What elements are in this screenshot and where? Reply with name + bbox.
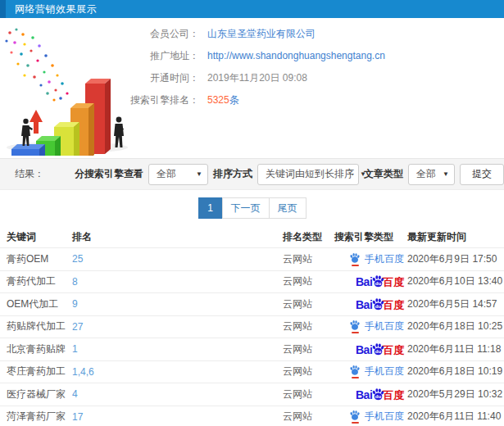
baidu-logo-bai: Bai [356, 389, 372, 401]
company-info-fields: 会员公司： 山东皇圣堂药业有限公司 推广地址： http://www.shand… [70, 29, 500, 117]
page-last-button[interactable]: 尾页 [269, 197, 306, 219]
article-type-select[interactable]: 全部 ▼ [408, 164, 455, 185]
promo-url-label: 推广地址： [70, 49, 199, 63]
baidu-logo-bai: Bai [356, 276, 372, 288]
rank-link[interactable]: 8 [72, 276, 283, 288]
baidu-paw-icon [349, 252, 361, 264]
field-open-time: 开通时间： 2019年11月20日 09:08 [70, 73, 500, 83]
col-rank-type: 排名类型 [283, 230, 334, 244]
member-company-link[interactable]: 山东皇圣堂药业有限公司 [207, 27, 316, 41]
keyword-cell: 药贴牌代加工 [7, 320, 72, 333]
search-engine-cell: 手机百度 [334, 365, 407, 378]
keyword-cell: 膏药代加工 [7, 274, 72, 288]
search-ranking-count[interactable]: 5325条 [207, 93, 239, 107]
rank-link[interactable]: 1,4,6 [72, 366, 283, 378]
mobile-baidu-paw [349, 252, 361, 266]
mobile-baidu-label: 手机百度 [365, 252, 404, 266]
paw-underline [352, 332, 359, 333]
chevron-down-icon: ▼ [437, 170, 449, 178]
page-title: 网络营销效果展示 [15, 2, 97, 16]
update-time-cell: 2020年6月10日 13:40 [407, 274, 504, 288]
sort-select[interactable]: 关键词由短到长排序 ▼ [257, 164, 359, 185]
page-next-button[interactable]: 下一页 [222, 197, 270, 219]
baidu-logo: Bai du 百度 [356, 297, 404, 310]
mobile-baidu-logo: 手机百度 [349, 410, 404, 424]
svg-text:du: du [375, 394, 382, 399]
rank-type-cell: 云网站 [283, 297, 334, 311]
rank-link[interactable]: 1 [72, 343, 283, 355]
ranking-number: 5325 [207, 94, 229, 106]
baidu-paw-icon [349, 365, 361, 376]
search-engine-cell: 手机百度 [334, 410, 407, 424]
svg-text:du: du [375, 349, 382, 354]
mobile-baidu-label: 手机百度 [365, 320, 404, 333]
mobile-baidu-logo: 手机百度 [349, 252, 404, 266]
search-engine-cell: Bai du 百度 [334, 297, 407, 311]
rank-link[interactable]: 4 [72, 388, 283, 400]
table-row: 北京膏药贴牌1云网站 Bai du 百度2020年6月11日 11:18 [0, 338, 504, 360]
mobile-baidu-paw [349, 320, 361, 333]
search-engine-cell: Bai du 百度 [334, 342, 407, 356]
search-engine-cell: Bai du 百度 [334, 387, 407, 401]
page-current[interactable]: 1 [198, 197, 223, 219]
update-time-cell: 2020年6月11日 11:40 [407, 410, 504, 424]
col-update-time: 最新更新时间 [407, 230, 504, 244]
update-time-cell: 2020年6月5日 14:57 [407, 297, 504, 311]
mobile-baidu-logo: 手机百度 [349, 365, 404, 378]
promo-url-link[interactable]: http://www.shandonghuangshengtang.cn [207, 50, 385, 61]
table-row: 菏泽膏药厂家17云网站 手机百度2020年6月11日 11:40 [0, 406, 504, 426]
engine-filter-label: 分搜索引擎查看 [75, 167, 143, 181]
rank-link[interactable]: 25 [72, 253, 283, 265]
company-info-section: 会员公司： 山东皇圣堂药业有限公司 推广地址： http://www.shand… [0, 18, 504, 158]
submit-button[interactable]: 提交 [460, 164, 504, 185]
rank-type-cell: 云网站 [283, 342, 334, 356]
update-time-cell: 2020年5月29日 10:32 [407, 387, 504, 401]
pagination: 1 下一页 尾页 [0, 197, 504, 219]
table-row: OEM代加工9云网站 Bai du 百度2020年6月5日 14:57 [0, 292, 504, 315]
rank-type-cell: 云网站 [283, 252, 334, 266]
chevron-down-icon: ▼ [190, 170, 202, 178]
filter-bar: 结果： 分搜索引擎查看 全部 ▼ 排序方式 关键词由短到长排序 ▼ 文章类型 全… [0, 158, 504, 190]
keyword-cell: 菏泽膏药厂家 [7, 410, 72, 424]
table-row: 医疗器械厂家4云网站 Bai du 百度2020年5月29日 10:32 [0, 383, 504, 406]
rank-link[interactable]: 27 [72, 321, 283, 333]
open-time-label: 开通时间： [70, 71, 199, 85]
rank-type-cell: 云网站 [283, 387, 334, 401]
paw-underline [352, 422, 359, 424]
baidu-logo-bai: Bai [356, 299, 372, 310]
baidu-logo-cn: 百度 [383, 345, 404, 356]
keyword-cell: OEM代加工 [7, 297, 72, 311]
field-member-company: 会员公司： 山东皇圣堂药业有限公司 [70, 29, 500, 39]
baidu-logo-cn: 百度 [383, 300, 404, 310]
filter-controls: 分搜索引擎查看 全部 ▼ 排序方式 关键词由短到长排序 ▼ 文章类型 全部 ▼ … [75, 164, 504, 185]
results-table-body: 膏药OEM25云网站 手机百度2020年6月9日 17:50膏药代加工8云网站 … [0, 247, 504, 426]
engine-filter-select[interactable]: 全部 ▼ [148, 164, 208, 185]
rank-type-cell: 云网站 [283, 410, 334, 424]
businessman-right [114, 117, 124, 147]
sort-label: 排序方式 [213, 167, 252, 181]
table-row: 膏药代加工8云网站 Bai du 百度2020年6月10日 13:40 [0, 270, 504, 293]
baidu-logo-cn: 百度 [383, 277, 404, 288]
rank-link[interactable]: 9 [72, 298, 283, 310]
article-type-label: 文章类型 [364, 167, 403, 181]
article-type-value: 全部 [416, 167, 436, 181]
rank-type-cell: 云网站 [283, 320, 334, 333]
title-bar: 网络营销效果展示 [0, 0, 504, 18]
sort-value: 关键词由短到长排序 [266, 167, 354, 181]
paw-underline [352, 265, 359, 266]
search-ranking-label: 搜索引擎排名： [70, 93, 199, 107]
rank-link[interactable]: 17 [72, 411, 283, 423]
baidu-logo: Bai du 百度 [356, 274, 404, 288]
ranking-unit: 条 [229, 94, 239, 106]
table-row: 枣庄膏药加工1,4,6云网站 手机百度2020年6月18日 10:19 [0, 360, 504, 383]
mobile-baidu-paw [349, 410, 361, 424]
keyword-cell: 北京膏药贴牌 [7, 342, 72, 356]
table-header-row: 关键词 排名 排名类型 搜索引擎类型 最新更新时间 [0, 226, 504, 247]
field-search-ranking: 搜索引擎排名： 5325条 [70, 95, 500, 105]
baidu-paw-icon [349, 320, 361, 331]
mobile-baidu-label: 手机百度 [365, 410, 404, 424]
paw-underline [352, 377, 359, 378]
keyword-cell: 膏药OEM [7, 252, 72, 266]
mobile-baidu-paw [349, 365, 361, 378]
update-time-cell: 2020年6月11日 11:18 [407, 342, 504, 356]
